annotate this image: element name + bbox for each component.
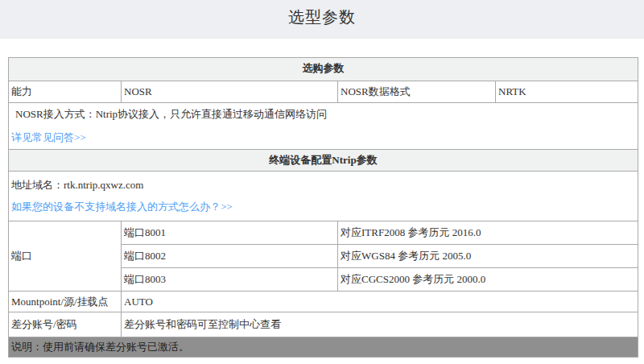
access-mode-text: NOSR接入方式：Ntrip协议接入，只允许直接通过移动通信网络访问 bbox=[11, 107, 635, 122]
mountpoint-label-cell: Mountpoint/源/挂载点 bbox=[9, 292, 122, 312]
account-label-cell: 差分账号/密码 bbox=[9, 312, 122, 337]
note-cell: 说明：使用前请确保差分账号已激活。 bbox=[9, 337, 638, 358]
section-header-ntrip: 终端设备配置Ntrip参数 bbox=[9, 150, 638, 172]
domain-cell: 地址域名：rtk.ntrip.qxwz.com 如果您的设备不支持域名接入的方式… bbox=[9, 172, 638, 221]
faq-link[interactable]: 详见常见问答>> bbox=[11, 131, 86, 143]
domain-link-line: 如果您的设备不支持域名接入的方式怎么办？>> bbox=[11, 200, 635, 214]
port-8003-desc-cell: 对应CGCS2000 参考历元 2000.0 bbox=[338, 268, 638, 292]
mountpoint-row: Mountpoint/源/挂载点 AUTO bbox=[9, 292, 638, 312]
account-row: 差分账号/密码 差分账号和密码可至控制中心查看 bbox=[9, 312, 638, 337]
capability-format-cell: NOSR数据格式 bbox=[338, 81, 496, 103]
capability-nosr-cell: NOSR bbox=[122, 81, 338, 103]
port-label-cell: 端口 bbox=[9, 221, 122, 292]
account-value-cell: 差分账号和密码可至控制中心查看 bbox=[122, 312, 638, 337]
access-mode-row: NOSR接入方式：Ntrip协议接入，只允许直接通过移动通信网络访问 详见常见问… bbox=[9, 103, 638, 150]
parameters-table: 选购参数 能力 NOSR NOSR数据格式 NRTK NOSR接入方式：Ntri… bbox=[8, 57, 638, 358]
access-mode-cell: NOSR接入方式：Ntrip协议接入，只允许直接通过移动通信网络访问 详见常见问… bbox=[9, 103, 638, 150]
port-8003-cell: 端口8003 bbox=[122, 268, 338, 292]
port-row-1: 端口 端口8001 对应ITRF2008 参考历元 2016.0 bbox=[9, 221, 638, 245]
domain-fallback-link[interactable]: 如果您的设备不支持域名接入的方式怎么办？>> bbox=[11, 201, 233, 213]
section-header-row-purchase: 选购参数 bbox=[9, 58, 638, 81]
note-row: 说明：使用前请确保差分账号已激活。 bbox=[9, 337, 638, 358]
faq-link-line: 详见常见问答>> bbox=[11, 130, 635, 145]
port-8001-desc-cell: 对应ITRF2008 参考历元 2016.0 bbox=[338, 221, 638, 245]
capability-row: 能力 NOSR NOSR数据格式 NRTK bbox=[9, 81, 638, 103]
mountpoint-value-cell: AUTO bbox=[122, 292, 638, 312]
page-header-band: 选型参数 bbox=[0, 0, 644, 39]
port-8002-desc-cell: 对应WGS84 参考历元 2005.0 bbox=[338, 245, 638, 268]
section-header-row-ntrip: 终端设备配置Ntrip参数 bbox=[9, 150, 638, 172]
section-header-purchase: 选购参数 bbox=[9, 58, 638, 81]
port-8001-cell: 端口8001 bbox=[122, 221, 338, 245]
port-8002-cell: 端口8002 bbox=[122, 245, 338, 268]
domain-text: 地址域名：rtk.ntrip.qxwz.com bbox=[11, 178, 635, 192]
capability-nrtk-cell: NRTK bbox=[496, 81, 638, 103]
capability-label-cell: 能力 bbox=[9, 81, 122, 103]
domain-row: 地址域名：rtk.ntrip.qxwz.com 如果您的设备不支持域名接入的方式… bbox=[9, 172, 638, 221]
page-title: 选型参数 bbox=[288, 6, 356, 28]
